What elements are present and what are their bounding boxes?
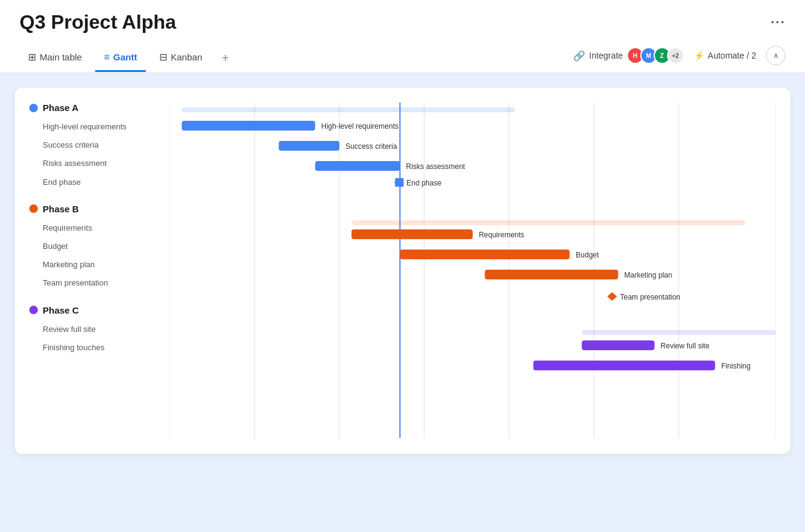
- bar-label-budget: Budget: [576, 251, 599, 259]
- gantt-chart: High-level requirements Success criteria…: [170, 102, 776, 439]
- task-budget: Budget: [29, 237, 160, 256]
- task-marketing-plan: Marketing plan: [29, 256, 160, 274]
- avatar-group: H M Z +2: [627, 47, 684, 64]
- bar-label-finishing-touches: Finishing: [721, 362, 751, 370]
- task-team-presentation: Team presentation: [29, 274, 160, 292]
- tab-kanban[interactable]: ⊟ Kanban: [151, 46, 211, 72]
- top-bar: Q3 Project Alpha ··· ⊞ Main table ≡ Gant…: [0, 0, 805, 73]
- task-success-criteria: Success criteria: [29, 136, 160, 154]
- phase-b-bg: [352, 220, 745, 225]
- add-view-button[interactable]: +: [215, 46, 235, 73]
- tab-main-table[interactable]: ⊞ Main table: [20, 46, 90, 72]
- bar-finishing-touches[interactable]: [533, 361, 715, 370]
- phase-c-group: Phase C Review full site Finishing touch…: [29, 305, 160, 357]
- kanban-icon: ⊟: [159, 51, 167, 63]
- bar-label-marketing-plan: Marketing plan: [624, 271, 673, 279]
- integrate-icon: 🔗: [573, 50, 585, 62]
- gantt-icon: ≡: [104, 52, 109, 63]
- project-title-row: Q3 Project Alpha ···: [20, 11, 785, 34]
- integrate-button[interactable]: 🔗 Integrate H M Z +2: [573, 47, 684, 64]
- phase-a-header: Phase A: [29, 102, 160, 113]
- phase-a-dot: [29, 104, 38, 112]
- task-risks-assessment: Risks assessment: [29, 154, 160, 173]
- automate-label: Automate / 2: [708, 51, 756, 60]
- bar-high-level-req[interactable]: [182, 121, 315, 131]
- bar-risks-assessment[interactable]: [315, 161, 400, 171]
- automate-button[interactable]: ⚡ Automate / 2: [694, 51, 756, 60]
- phase-c-bg: [582, 330, 776, 335]
- tab-bar: ⊞ Main table ≡ Gantt ⊟ Kanban + 🔗 Integr…: [20, 46, 785, 73]
- phase-c-dot: [29, 306, 38, 314]
- phase-c-label: Phase C: [43, 305, 79, 315]
- phase-c-header: Phase C: [29, 305, 160, 315]
- project-title: Q3 Project Alpha: [20, 11, 176, 34]
- bar-label-risks-assessment: Risks assessment: [406, 162, 465, 171]
- milestone-team-presentation-label: Team presentation: [620, 293, 680, 301]
- bar-success-criteria[interactable]: [279, 141, 339, 151]
- tab-kanban-label: Kanban: [171, 52, 203, 62]
- gantt-container: Phase A High-level requirements Success …: [15, 88, 790, 454]
- bar-label-review-full-site: Review full site: [660, 342, 709, 350]
- bar-label-high-level-req: High-level requirements: [321, 122, 399, 131]
- tab-gantt-label: Gantt: [114, 52, 137, 62]
- milestone-team-presentation-poly: [607, 292, 617, 301]
- phase-a-group: Phase A High-level requirements Success …: [29, 102, 160, 192]
- tab-gantt[interactable]: ≡ Gantt: [95, 47, 146, 72]
- bar-requirements[interactable]: [352, 229, 473, 239]
- avatar-more: +2: [667, 47, 684, 64]
- bar-marketing-plan[interactable]: [485, 270, 618, 279]
- main-content: Phase A High-level requirements Success …: [0, 73, 805, 526]
- task-end-phase: End phase: [29, 173, 160, 192]
- task-review-full-site: Review full site: [29, 320, 160, 339]
- phase-a-label: Phase A: [43, 102, 79, 113]
- gantt-inner: High-level requirements Success criteria…: [170, 102, 776, 438]
- gantt-svg: High-level requirements Success criteria…: [170, 102, 776, 438]
- task-high-level-req: High-level requirements: [29, 118, 160, 136]
- milestone-end-phase-label: End phase: [406, 179, 442, 187]
- automate-icon: ⚡: [694, 51, 704, 60]
- task-list: Phase A High-level requirements Success …: [29, 102, 170, 439]
- collapse-button[interactable]: ∧: [766, 46, 785, 65]
- bar-label-success-criteria: Success criteria: [345, 142, 397, 151]
- phase-b-dot: [29, 204, 38, 213]
- phase-b-header: Phase B: [29, 204, 160, 214]
- more-options-icon[interactable]: ···: [771, 15, 785, 31]
- table-icon: ⊞: [28, 51, 36, 63]
- tab-right-actions: 🔗 Integrate H M Z +2 ⚡ Automate / 2 ∧: [573, 46, 785, 73]
- phase-b-group: Phase B Requirements Budget Marketing pl…: [29, 204, 160, 293]
- bar-label-requirements: Requirements: [478, 231, 524, 239]
- integrate-label: Integrate: [589, 51, 623, 60]
- bar-review-full-site[interactable]: [582, 340, 654, 350]
- phase-b-label: Phase B: [43, 204, 79, 214]
- task-requirements: Requirements: [29, 219, 160, 237]
- task-finishing-touches: Finishing touches: [29, 339, 160, 357]
- tab-main-table-label: Main table: [40, 52, 82, 62]
- phase-a-bg: [182, 107, 515, 112]
- bar-budget[interactable]: [400, 250, 569, 259]
